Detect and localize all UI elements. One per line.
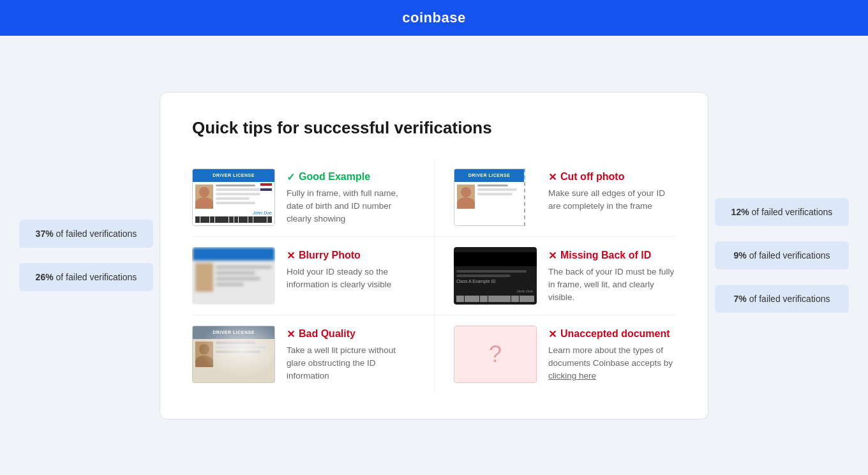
page-title: Quick tips for successful verifications [192, 118, 676, 138]
bad-quality-image: DRIVER LICENSE [192, 326, 275, 383]
cutoff-photo-content: ✕ Cut off photo Make sure all edges of y… [548, 169, 676, 213]
page-header: coinbase [0, 0, 868, 36]
right-badge-3: 7% of failed verifications [715, 285, 849, 313]
tips-left-column: DRIVER LICENSE [192, 158, 434, 393]
tip-blurry-photo: ✕ Blurry Photo Hold your ID steady so th… [192, 237, 434, 315]
tip-unaccepted-doc: ? ✕ Unaccepted document Learn more about… [434, 315, 676, 393]
right-badges: 12% of failed verifications 9% of failed… [715, 198, 849, 313]
bad-quality-desc: Take a well lit picture without glare ob… [287, 344, 415, 383]
blurry-photo-desc: Hold your ID steady so the information i… [287, 266, 415, 292]
x-icon-quality: ✕ [287, 328, 295, 340]
x-icon-missing-back: ✕ [548, 250, 557, 262]
unaccepted-doc-image: ? [454, 326, 537, 383]
right-badge-1: 12% of failed verifications [715, 198, 849, 226]
right-badge-2-label: of failed verifications [749, 250, 830, 260]
x-icon-cutoff: ✕ [548, 171, 557, 183]
right-badge-2: 9% of failed verifications [715, 241, 849, 269]
clicking-here-link[interactable]: clicking here [548, 371, 596, 381]
tip-good-example: DRIVER LICENSE [192, 158, 434, 237]
coinbase-logo: coinbase [402, 10, 465, 26]
unaccepted-doc-label: ✕ Unaccepted document [548, 328, 676, 340]
bad-quality-content: ✕ Bad Quality Take a well lit picture wi… [287, 326, 415, 383]
good-example-content: ✓ Good Example Fully in frame, with full… [287, 169, 415, 226]
right-badge-1-label: of failed verifications [752, 207, 833, 217]
blurry-photo-label: ✕ Blurry Photo [287, 250, 415, 262]
good-example-image: DRIVER LICENSE [192, 169, 275, 226]
unaccepted-doc-desc: Learn more about the types of documents … [548, 344, 676, 383]
cutoff-photo-desc: Make sure all edges of your ID are compl… [548, 187, 676, 213]
missing-back-content: ✕ Missing Back of ID The back of your ID… [548, 247, 676, 305]
tip-bad-quality: DRIVER LICENSE [192, 315, 434, 393]
blurry-photo-content: ✕ Blurry Photo Hold your ID steady so th… [287, 247, 415, 292]
left-badges: 37% of failed verifications 26% of faile… [19, 220, 153, 291]
left-badge-1-percent: 37% [36, 229, 54, 239]
x-icon-blurry: ✕ [287, 250, 295, 262]
left-badge-1: 37% of failed verifications [19, 220, 153, 248]
right-badge-2-percent: 9% [734, 250, 747, 260]
missing-back-label: ✕ Missing Back of ID [548, 250, 676, 262]
right-badge-3-percent: 7% [734, 294, 747, 304]
cutoff-photo-image: DRIVER LICENSE [454, 169, 537, 226]
page-body: 37% of failed verifications 26% of faile… [0, 36, 868, 475]
blurry-photo-image [192, 247, 275, 305]
left-badge-2-percent: 26% [36, 272, 54, 282]
x-icon-unaccepted: ✕ [548, 328, 557, 340]
main-card: Quick tips for successful verifications … [160, 92, 708, 419]
tips-grid: DRIVER LICENSE [192, 158, 676, 393]
left-badge-2: 26% of failed verifications [19, 263, 153, 291]
bad-quality-label: ✕ Bad Quality [287, 328, 415, 340]
tip-missing-back: Class A Example ID Jane Doe [434, 237, 676, 315]
right-badge-3-label: of failed verifications [749, 294, 830, 304]
missing-back-image: Class A Example ID Jane Doe [454, 247, 537, 305]
left-badge-2-label: of failed verifications [56, 272, 137, 282]
cutoff-photo-label: ✕ Cut off photo [548, 171, 676, 183]
unaccepted-doc-content: ✕ Unaccepted document Learn more about t… [548, 326, 676, 383]
tips-right-column: DRIVER LICENSE [434, 158, 676, 393]
missing-back-desc: The back of your ID must be fully in fra… [548, 266, 676, 305]
tip-cutoff-photo: DRIVER LICENSE [434, 158, 676, 237]
right-badge-1-percent: 12% [731, 207, 749, 217]
left-badge-1-label: of failed verifications [56, 229, 137, 239]
good-example-desc: Fully in frame, with full name, date of … [287, 187, 415, 226]
good-example-label: ✓ Good Example [287, 171, 415, 183]
check-icon: ✓ [287, 171, 295, 183]
